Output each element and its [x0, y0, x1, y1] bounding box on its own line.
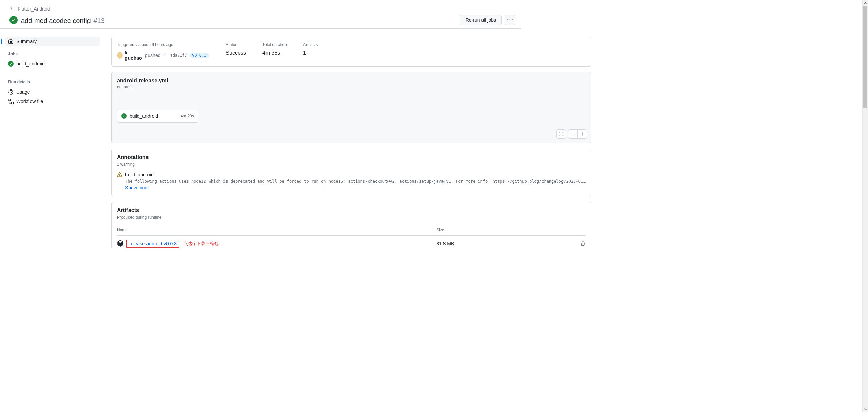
workflow-graph-card: android-release.yml on: push build_andro…: [111, 72, 591, 143]
sidebar-item-label: Workflow file: [16, 99, 43, 104]
job-node[interactable]: build_android 4m 29s: [117, 110, 198, 123]
triggered-label: Triggered via push 9 hours ago: [117, 42, 209, 47]
zoom-out-button[interactable]: [568, 129, 577, 139]
status-success-icon: [9, 16, 18, 24]
artifacts-count-label: Artifacts: [303, 42, 318, 47]
minus-icon: [571, 132, 575, 136]
rerun-all-jobs-button[interactable]: Re-run all jobs: [460, 15, 502, 25]
sidebar: Summary Jobs build_android Run details U…: [5, 29, 106, 253]
breadcrumb-parent[interactable]: Flutter_Android: [18, 6, 50, 12]
annotation-item-title: build_android: [125, 172, 154, 177]
artifacts-count-value: 1: [303, 50, 318, 56]
breadcrumb: Flutter_Android: [9, 5, 515, 12]
zoom-in-button[interactable]: [577, 129, 587, 139]
sidebar-item-summary[interactable]: Summary: [5, 37, 100, 46]
scrollbar[interactable]: [862, 0, 868, 261]
package-icon: [117, 240, 124, 248]
red-annotation-text: 点这个下载压缩包: [183, 241, 219, 247]
annotation-item-body: The following actions uses node12 which …: [125, 179, 586, 184]
fullscreen-icon: [559, 132, 564, 136]
artifacts-title: Artifacts: [117, 207, 586, 213]
actor-link[interactable]: li-guohao: [125, 50, 143, 61]
artifacts-header-row: Name Size: [117, 225, 586, 236]
kebab-icon: [507, 17, 513, 23]
sidebar-job-label: build_android: [16, 61, 45, 67]
page-title: add mediacodec config #13: [21, 15, 105, 25]
annotations-count: 1 warning: [117, 162, 586, 167]
job-node-duration: 4m 29s: [181, 114, 194, 118]
status-label: Status: [225, 42, 246, 47]
back-arrow-icon[interactable]: [9, 5, 15, 12]
plus-icon: [580, 132, 585, 136]
artifacts-col-name: Name: [117, 228, 436, 232]
status-value: Success: [225, 50, 246, 56]
sidebar-item-usage[interactable]: Usage: [5, 87, 100, 97]
scrollbar-thumb[interactable]: [863, 6, 867, 108]
workflow-trigger: on: push: [117, 85, 586, 89]
check-circle-icon: [8, 61, 14, 67]
run-summary-card: Triggered via push 9 hours ago li-guohao…: [111, 37, 591, 67]
duration-label: Total duration: [262, 42, 287, 47]
home-icon: [8, 39, 14, 44]
more-actions-button[interactable]: [505, 15, 515, 25]
trash-icon: [580, 241, 586, 246]
artifacts-col-size: Size: [436, 228, 572, 232]
delete-artifact-button[interactable]: [580, 241, 586, 247]
chevron-up-icon: [864, 1, 867, 5]
workflow-file-name: android-release.yml: [117, 78, 586, 84]
warning-icon: [117, 172, 122, 177]
artifacts-card: Artifacts Produced during runtime Name S…: [111, 202, 591, 248]
sidebar-job-item[interactable]: build_android: [5, 59, 100, 69]
annotations-card: Annotations 1 warning build_android The …: [111, 149, 591, 196]
show-more-link[interactable]: Show more: [125, 185, 586, 190]
stopwatch-icon: [8, 89, 14, 95]
avatar[interactable]: [117, 52, 123, 59]
sidebar-item-workflow-file[interactable]: Workflow file: [5, 97, 100, 106]
artifact-row: release-android-v0.0.3 点这个下载压缩包 31.8 MB: [117, 236, 586, 248]
scrollbar-up-button[interactable]: [863, 0, 868, 6]
job-node-name: build_android: [130, 113, 158, 119]
action-text: pushed: [145, 53, 161, 58]
artifacts-subtitle: Produced during runtime: [117, 215, 586, 220]
tag-badge[interactable]: v0.0.3: [189, 53, 209, 58]
sidebar-item-label: Summary: [16, 39, 37, 44]
duration-value: 4m 38s: [262, 50, 287, 56]
fullscreen-button[interactable]: [556, 129, 566, 139]
sidebar-run-details-heading: Run details: [5, 77, 100, 87]
commit-hash[interactable]: ada71f7: [170, 53, 187, 58]
sidebar-item-label: Usage: [16, 89, 30, 95]
artifact-download-link[interactable]: release-android-v0.0.3: [126, 240, 179, 248]
annotations-title: Annotations: [117, 154, 586, 161]
workflow-icon: [8, 99, 14, 104]
annotation-item: build_android The following actions uses…: [117, 172, 586, 190]
sidebar-jobs-heading: Jobs: [5, 49, 100, 59]
check-circle-icon: [121, 113, 127, 119]
page-header: Flutter_Android add mediacodec config #1…: [0, 0, 521, 29]
commit-icon: [162, 52, 168, 59]
artifact-size: 31.8 MB: [436, 241, 572, 246]
